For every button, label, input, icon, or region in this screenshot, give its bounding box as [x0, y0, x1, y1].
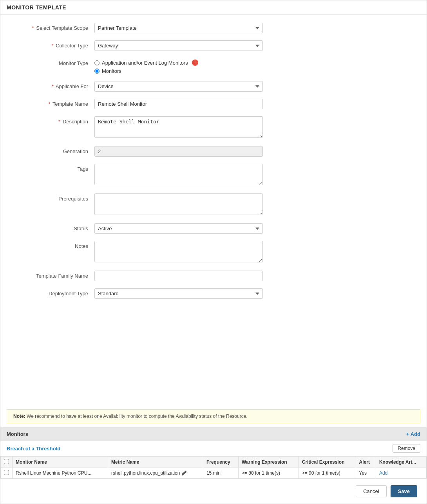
- template-family-wrap: [94, 271, 263, 281]
- monitor-type-option1-item: Application and/or Event Log Monitors !: [94, 60, 263, 66]
- remove-button[interactable]: Remove: [393, 444, 420, 453]
- generation-wrap: [94, 146, 263, 157]
- select-all-checkbox[interactable]: [4, 459, 9, 464]
- footer-buttons: Cancel Save: [0, 479, 427, 504]
- deployment-type-row: Deployment Type Standard: [16, 288, 411, 299]
- row-monitor-name: Rshell Linux Machine Python CPU...: [13, 468, 108, 479]
- status-wrap: Active: [94, 223, 263, 234]
- monitor-type-radio-group: Application and/or Event Log Monitors ! …: [94, 58, 263, 74]
- col-checkbox: [1, 457, 13, 468]
- collector-type-label: * Collector Type: [16, 40, 94, 49]
- deployment-type-label: Deployment Type: [16, 288, 94, 296]
- edit-metric-icon[interactable]: [181, 471, 186, 476]
- collector-type-row: * Collector Type Gateway: [16, 40, 411, 51]
- info-icon: !: [192, 60, 198, 66]
- col-knowledge: Knowledge Art...: [376, 457, 426, 468]
- template-scope-wrap: Partner Template: [94, 23, 263, 33]
- prerequisites-row: Prerequisites: [16, 193, 411, 216]
- monitor-type-radio-option2[interactable]: [94, 69, 100, 74]
- status-select[interactable]: Active: [94, 223, 263, 234]
- col-metric-name: Metric Name: [108, 457, 203, 468]
- breach-header: Breach of a Threshold Remove: [0, 441, 427, 456]
- notes-textarea[interactable]: [94, 241, 263, 262]
- generation-row: Generation: [16, 146, 411, 157]
- generation-label: Generation: [16, 146, 94, 154]
- row-checkbox[interactable]: [4, 470, 9, 475]
- monitor-type-option2-item: Monitors: [94, 68, 263, 74]
- monitors-table: Monitor Name Metric Name Frequency Warni…: [0, 456, 427, 479]
- template-family-row: Template Family Name: [16, 271, 411, 281]
- template-family-input[interactable]: [94, 271, 263, 281]
- description-row: * Description Remote Shell Monitor: [16, 116, 411, 139]
- deployment-type-select[interactable]: Standard: [94, 288, 263, 299]
- note-label: Note:: [13, 414, 25, 419]
- template-scope-row: * Select Template Scope Partner Template: [16, 23, 411, 33]
- save-button[interactable]: Save: [391, 485, 417, 497]
- monitors-section-title: Monitors: [7, 431, 28, 437]
- table-header-row: Monitor Name Metric Name Frequency Warni…: [1, 457, 427, 468]
- col-warning: Warning Expression: [239, 457, 299, 468]
- prerequisites-label: Prerequisites: [16, 193, 94, 202]
- tags-label: Tags: [16, 164, 94, 172]
- applicable-for-wrap: Device: [94, 81, 263, 92]
- collector-type-select[interactable]: Gateway: [94, 40, 263, 51]
- note-message: We recommend to have at least one Availa…: [27, 414, 248, 419]
- tags-row: Tags: [16, 164, 411, 186]
- applicable-for-select[interactable]: Device: [94, 81, 263, 92]
- breach-section: Breach of a Threshold Remove Monitor Nam…: [0, 441, 427, 479]
- prerequisites-wrap: [94, 193, 263, 216]
- deployment-type-wrap: Standard: [94, 288, 263, 299]
- template-name-wrap: [94, 99, 263, 109]
- note-box: Note: We recommend to have at least one …: [7, 409, 420, 423]
- template-name-input[interactable]: [94, 99, 263, 109]
- monitor-type-label: Monitor Type: [16, 58, 94, 66]
- template-name-label: * Template Name: [16, 99, 94, 107]
- cancel-button[interactable]: Cancel: [356, 485, 386, 497]
- col-frequency: Frequency: [203, 457, 238, 468]
- monitors-header: Monitors + Add: [0, 427, 427, 441]
- notes-row: Notes: [16, 241, 411, 264]
- col-monitor-name: Monitor Name: [13, 457, 108, 468]
- row-warning: >= 80 for 1 time(s): [239, 468, 299, 479]
- notes-wrap: [94, 241, 263, 264]
- row-alert: Yes: [356, 468, 376, 479]
- monitor-type-radio-option1[interactable]: [94, 60, 100, 65]
- add-monitor-button[interactable]: + Add: [406, 431, 420, 437]
- monitor-type-option2-label: Monitors: [102, 68, 121, 74]
- page-title: MONITOR TEMPLATE: [7, 4, 66, 11]
- template-scope-select[interactable]: Partner Template: [94, 23, 263, 33]
- description-label: * Description: [16, 116, 94, 125]
- knowledge-add-link[interactable]: Add: [379, 470, 387, 476]
- status-label: Status: [16, 223, 94, 231]
- row-critical: >= 90 for 1 time(s): [299, 468, 356, 479]
- monitor-type-row: Monitor Type Application and/or Event Lo…: [16, 58, 411, 74]
- description-textarea[interactable]: Remote Shell Monitor: [94, 116, 263, 138]
- applicable-for-label: * Applicable For: [16, 81, 94, 89]
- template-family-label: Template Family Name: [16, 271, 94, 279]
- monitor-type-wrap: Application and/or Event Log Monitors ! …: [94, 58, 263, 74]
- prerequisites-textarea[interactable]: [94, 193, 263, 215]
- row-metric-name: rshell.python.linux.cpu_utilization: [108, 468, 203, 479]
- collector-type-wrap: Gateway: [94, 40, 263, 51]
- form-area: * Select Template Scope Partner Template…: [0, 15, 427, 405]
- col-alert: Alert: [356, 457, 376, 468]
- page-container: MONITOR TEMPLATE * Select Template Scope…: [0, 0, 427, 504]
- row-knowledge-art: Add: [376, 468, 426, 479]
- col-critical: Critical Expression: [299, 457, 356, 468]
- generation-input: [94, 146, 263, 157]
- tags-textarea[interactable]: [94, 164, 263, 185]
- status-row: Status Active: [16, 223, 411, 234]
- row-checkbox-cell: [1, 468, 13, 479]
- breach-title: Breach of a Threshold: [7, 446, 60, 452]
- applicable-for-row: * Applicable For Device: [16, 81, 411, 92]
- table-row: Rshell Linux Machine Python CPU... rshel…: [1, 468, 427, 479]
- table-body: Rshell Linux Machine Python CPU... rshel…: [1, 468, 427, 479]
- row-frequency: 15 min: [203, 468, 238, 479]
- notes-label: Notes: [16, 241, 94, 249]
- template-name-row: * Template Name: [16, 99, 411, 109]
- template-scope-label: * Select Template Scope: [16, 23, 94, 31]
- description-wrap: Remote Shell Monitor: [94, 116, 263, 139]
- tags-wrap: [94, 164, 263, 186]
- page-header: MONITOR TEMPLATE: [0, 0, 427, 15]
- monitor-type-option1-label: Application and/or Event Log Monitors: [102, 60, 188, 66]
